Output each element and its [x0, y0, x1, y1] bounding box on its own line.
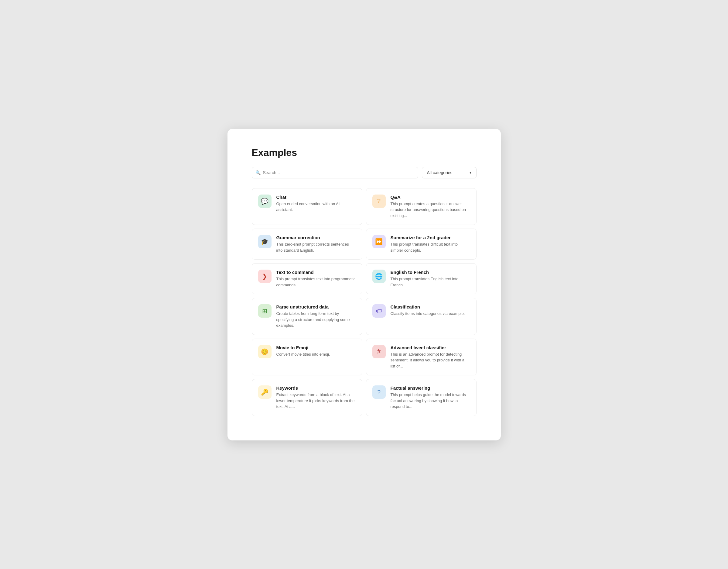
summarize-title: Summarize for a 2nd grader: [391, 235, 470, 240]
card-movie-to-emoji[interactable]: 😊 Movie to Emoji Convert movie titles in…: [252, 339, 362, 376]
chat-text: Chat Open ended conversation with an AI …: [276, 194, 356, 213]
english-to-french-icon: 🌐: [372, 269, 386, 283]
summarize-description: This prompt translates difficult text in…: [391, 241, 470, 253]
keywords-icon: 🔑: [258, 386, 272, 399]
movie-to-emoji-text: Movie to Emoji Convert movie titles into…: [276, 345, 356, 358]
text-to-command-title: Text to command: [276, 269, 356, 275]
factual-answering-text: Factual answering This prompt helps guid…: [391, 386, 470, 410]
grammar-description: This zero-shot prompt corrects sentences…: [276, 241, 356, 253]
text-to-command-description: This prompt translates text into program…: [276, 276, 356, 288]
advanced-tweet-description: This is an advanced prompt for detecting…: [391, 351, 470, 369]
advanced-tweet-icon: #: [372, 345, 386, 358]
card-text-to-command[interactable]: ❯ Text to command This prompt translates…: [252, 263, 362, 294]
examples-grid: 💬 Chat Open ended conversation with an A…: [252, 188, 477, 416]
card-keywords[interactable]: 🔑 Keywords Extract keywords from a block…: [252, 379, 362, 416]
advanced-tweet-title: Advanced tweet classifier: [391, 345, 470, 350]
keywords-text: Keywords Extract keywords from a block o…: [276, 386, 356, 410]
movie-to-emoji-description: Convert movie titles into emoji.: [276, 351, 356, 358]
parse-unstructured-description: Create tables from long form text by spe…: [276, 311, 356, 329]
grammar-title: Grammar correction: [276, 235, 356, 240]
factual-answering-icon: ?: [372, 386, 386, 399]
english-to-french-description: This prompt translates English text into…: [391, 276, 470, 288]
movie-to-emoji-icon: 😊: [258, 345, 272, 358]
category-label: All categories: [427, 170, 453, 175]
grammar-icon: 🎓: [258, 235, 272, 248]
card-summarize[interactable]: ⏩ Summarize for a 2nd grader This prompt…: [366, 228, 477, 259]
page-container: Examples 🔍 All categories ▾ 💬 Chat Open …: [227, 129, 501, 441]
card-factual-answering[interactable]: ? Factual answering This prompt helps gu…: [366, 379, 477, 416]
chat-title: Chat: [276, 194, 356, 200]
card-parse-unstructured[interactable]: ⊞ Parse unstructured data Create tables …: [252, 298, 362, 335]
qa-title: Q&A: [391, 194, 470, 200]
classification-description: Classify items into categories via examp…: [391, 311, 470, 317]
text-to-command-icon: ❯: [258, 269, 272, 283]
text-to-command-text: Text to command This prompt translates t…: [276, 269, 356, 288]
card-grammar[interactable]: 🎓 Grammar correction This zero-shot prom…: [252, 228, 362, 259]
summarize-text: Summarize for a 2nd grader This prompt t…: [391, 235, 470, 253]
advanced-tweet-text: Advanced tweet classifier This is an adv…: [391, 345, 470, 369]
classification-text: Classification Classify items into categ…: [391, 304, 470, 317]
classification-title: Classification: [391, 304, 470, 310]
keywords-description: Extract keywords from a block of text. A…: [276, 392, 356, 410]
search-wrapper: 🔍: [252, 167, 418, 178]
parse-unstructured-text: Parse unstructured data Create tables fr…: [276, 304, 356, 329]
search-input[interactable]: [252, 167, 418, 178]
classification-icon: 🏷: [372, 304, 386, 318]
controls-row: 🔍 All categories ▾: [252, 167, 477, 178]
qa-text: Q&A This prompt creates a question + ans…: [391, 194, 470, 219]
english-to-french-title: English to French: [391, 269, 470, 275]
parse-unstructured-icon: ⊞: [258, 304, 272, 318]
grammar-text: Grammar correction This zero-shot prompt…: [276, 235, 356, 253]
chat-description: Open ended conversation with an AI assis…: [276, 201, 356, 213]
parse-unstructured-title: Parse unstructured data: [276, 304, 356, 310]
qa-description: This prompt creates a question + answer …: [391, 201, 470, 219]
card-classification[interactable]: 🏷 Classification Classify items into cat…: [366, 298, 477, 335]
chat-icon: 💬: [258, 194, 272, 208]
factual-answering-title: Factual answering: [391, 386, 470, 391]
card-advanced-tweet[interactable]: # Advanced tweet classifier This is an a…: [366, 339, 477, 376]
keywords-title: Keywords: [276, 386, 356, 391]
category-dropdown[interactable]: All categories ▾: [422, 167, 477, 178]
search-icon: 🔍: [255, 170, 261, 175]
factual-answering-description: This prompt helps guide the model toward…: [391, 392, 470, 410]
summarize-icon: ⏩: [372, 235, 386, 248]
card-qa[interactable]: ? Q&A This prompt creates a question + a…: [366, 188, 477, 225]
card-chat[interactable]: 💬 Chat Open ended conversation with an A…: [252, 188, 362, 225]
card-english-to-french[interactable]: 🌐 English to French This prompt translat…: [366, 263, 477, 294]
page-title: Examples: [252, 147, 477, 158]
english-to-french-text: English to French This prompt translates…: [391, 269, 470, 288]
qa-icon: ?: [372, 194, 386, 208]
chevron-down-icon: ▾: [470, 170, 471, 175]
movie-to-emoji-title: Movie to Emoji: [276, 345, 356, 350]
